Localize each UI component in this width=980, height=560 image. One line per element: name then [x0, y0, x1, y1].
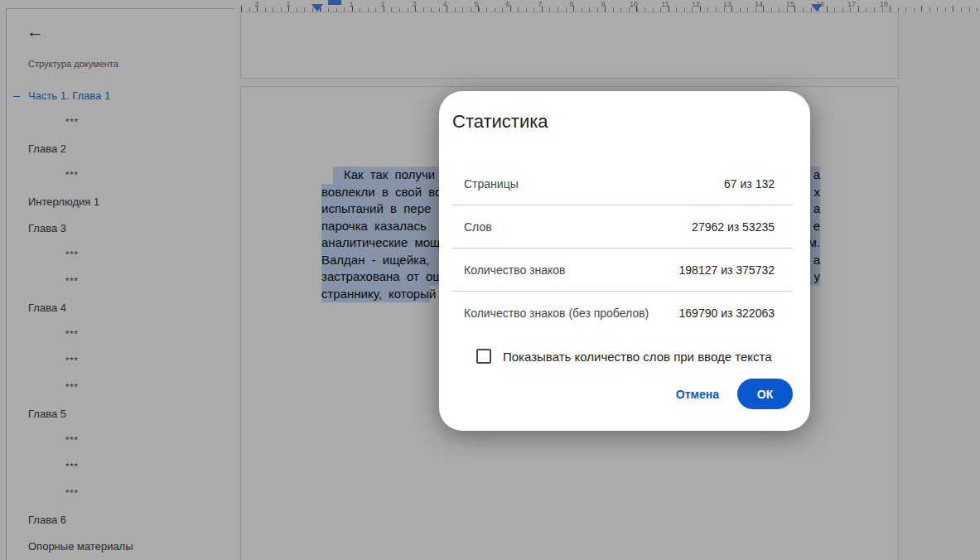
- show-word-count-checkbox[interactable]: [476, 349, 491, 364]
- statistic-row: Количество знаков (без пробелов)169790 и…: [451, 292, 793, 335]
- statistic-row: Слов27962 из 53235: [451, 205, 793, 249]
- statistics-rows: Страницы67 из 132Слов27962 из 53235Колич…: [451, 162, 793, 335]
- cancel-button[interactable]: Отмена: [666, 379, 729, 409]
- statistic-value: 27962 из 53235: [692, 220, 775, 234]
- statistic-label: Страницы: [464, 177, 519, 191]
- dialog-title: Статистика: [452, 111, 810, 133]
- word-count-display-option: Показывать количество слов при вводе тек…: [476, 341, 793, 371]
- checkbox-label: Показывать количество слов при вводе тек…: [503, 350, 772, 364]
- statistic-label: Количество знаков: [464, 263, 566, 277]
- statistic-row: Количество знаков198127 из 375732: [451, 249, 793, 292]
- statistic-label: Количество знаков (без пробелов): [464, 307, 649, 320]
- statistic-label: Слов: [464, 220, 492, 234]
- ok-button[interactable]: ОК: [737, 379, 793, 409]
- dialog-buttons: Отмена ОК: [439, 379, 793, 409]
- word-count-dialog: Статистика Страницы67 из 132Слов27962 из…: [439, 91, 810, 431]
- statistic-value: 67 из 132: [724, 177, 775, 191]
- statistic-value: 198127 из 375732: [679, 263, 775, 277]
- statistic-value: 169790 из 322063: [679, 307, 775, 320]
- statistic-row: Страницы67 из 132: [451, 162, 793, 205]
- google-docs-app: 21123456789101112131415161718 ← Структур…: [0, 0, 980, 560]
